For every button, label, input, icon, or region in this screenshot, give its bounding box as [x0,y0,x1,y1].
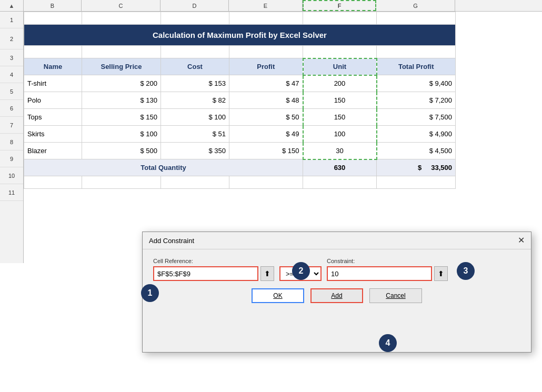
col-header-f: F [303,0,376,11]
cell-ref-input[interactable] [153,266,258,281]
profit-0: $ 47 [229,75,303,92]
r3-f [303,46,377,58]
dialog-close-button[interactable]: ✕ [518,236,525,245]
r11-g [377,176,456,189]
r1-g [377,12,456,25]
spreadsheet-table: Calculation of Maximum Profit by Excel S… [24,12,456,189]
col-header-e: E [229,0,303,11]
price-0: $ 200 [82,75,161,92]
row-num-8: 8 [0,134,23,150]
profit-1: $ 48 [229,92,303,109]
badge-1: 1 [141,284,159,302]
constraint-label: Constraint: [327,258,448,264]
col-header-b: B [24,0,82,11]
row-1 [24,12,456,25]
row-num-9: 9 [0,150,23,167]
header-name: Name [24,58,82,75]
total-label: Total Quantity [24,159,303,176]
badge-4-label: 4 [386,338,390,348]
data-row-3: Skirts $ 100 $ 51 $ 49 100 $ 4,900 [24,126,456,143]
row-num-4: 4 [0,66,23,83]
cost-2: $ 100 [161,109,229,126]
col-header-row: ▲ B C D E F G [0,0,542,12]
name-3: Skirts [24,126,82,143]
cell-ref-label: Cell Reference: [153,258,274,264]
total-1: $ 7,200 [377,92,456,109]
profit-4: $ 150 [229,143,303,159]
r1-b [24,12,82,25]
data-row-1: Polo $ 130 $ 82 $ 48 150 $ 7,200 [24,92,456,109]
cost-1: $ 82 [161,92,229,109]
r3-d [161,46,229,58]
total-0: $ 9,400 [377,75,456,92]
unit-1: 150 [303,92,377,109]
total-row: Total Quantity 630 $ 33,500 [24,159,456,176]
cost-4: $ 350 [161,143,229,159]
row-num-10: 10 [0,167,23,184]
row-num-2: 2 [0,28,23,49]
data-row-2: Tops $ 150 $ 100 $ 50 150 $ 7,500 [24,109,456,126]
unit-3: 100 [303,126,377,143]
cell-ref-group: Cell Reference: ⬆ [153,258,274,281]
add-button[interactable]: Add [310,288,363,303]
total-profit-value: 33,500 [431,164,452,172]
r11-b [24,176,82,189]
r3-c [82,46,161,58]
profit-2: $ 50 [229,109,303,126]
badge-2-label: 2 [299,266,304,276]
title-cell: Calculation of Maximum Profit by Excel S… [24,25,456,46]
cost-3: $ 51 [161,126,229,143]
r1-c [82,12,161,25]
constraint-input[interactable] [327,266,432,281]
r3-g [377,46,456,58]
dialog-title: Add Constraint [149,237,194,245]
spreadsheet-area: ▲ B C D E F G 1 2 3 4 5 6 7 8 9 10 11 [0,0,542,263]
row-num-7: 7 [0,117,23,134]
total-2: $ 7,500 [377,109,456,126]
dialog-buttons: OK Add Cancel [153,288,520,303]
r11-f [303,176,377,189]
name-2: Tops [24,109,82,126]
price-3: $ 100 [82,126,161,143]
row-num-11: 11 [0,184,23,201]
add-constraint-dialog: Add Constraint ✕ Cell Reference: ⬆ >= < [142,232,531,353]
unit-4: 30 [303,143,377,159]
r1-d [161,12,229,25]
col-header-c: C [82,0,160,11]
r3-b [24,46,82,58]
grid-content: Calculation of Maximum Profit by Excel S… [24,12,542,263]
badge-2: 2 [292,262,310,280]
name-4: Blazer [24,143,82,159]
r11-c [82,176,161,189]
r1-f [303,12,377,25]
header-cost: Cost [161,58,229,75]
cell-ref-collapse-button[interactable]: ⬆ [260,266,274,281]
cost-0: $ 153 [161,75,229,92]
cancel-button[interactable]: Cancel [369,288,422,303]
row-num-3: 3 [0,49,23,66]
row-headers: 1 2 3 4 5 6 7 8 9 10 11 [0,12,24,263]
dialog-titlebar: Add Constraint ✕ [143,232,531,249]
constraint-collapse-button[interactable]: ⬆ [434,266,448,281]
badge-4: 4 [379,334,397,352]
header-profit: Profit [229,58,303,75]
name-0: T-shirt [24,75,82,92]
total-profit-symbol: $ [418,164,421,172]
price-1: $ 130 [82,92,161,109]
badge-3: 3 [457,262,475,280]
total-unit: 630 [303,159,377,176]
header-row: Name Selling Price Cost Profit Unit Tota… [24,58,456,75]
total-3: $ 4,900 [377,126,456,143]
constraint-group: Constraint: ⬆ [327,258,448,281]
r11-e [229,176,303,189]
total-profit-combined: $ 33,500 [377,159,456,176]
header-unit: Unit [303,58,377,75]
header-price: Selling Price [82,58,161,75]
unit-0: 200 [303,75,377,92]
ok-button[interactable]: OK [252,288,304,303]
dialog-body: Cell Reference: ⬆ >= <= = int bin di [143,249,531,311]
unit-2: 150 [303,109,377,126]
name-1: Polo [24,92,82,109]
price-2: $ 150 [82,109,161,126]
row-num-1: 1 [0,12,23,28]
